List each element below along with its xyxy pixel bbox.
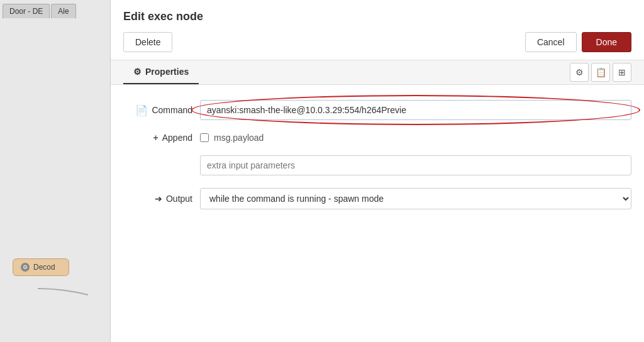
command-file-icon: 📄 xyxy=(135,104,148,116)
form-content: 📄 Command + Append msg.payload xyxy=(111,85,644,342)
tabs-bar: ⚙ Properties ⚙ 📋 ⊞ xyxy=(111,60,644,85)
properties-gear-icon: ⚙ xyxy=(133,67,142,77)
append-checkbox-group: msg.payload xyxy=(200,133,264,143)
append-row: + Append msg.payload xyxy=(123,133,631,143)
dialog-title: Edit exec node xyxy=(123,10,631,23)
edit-panel: Edit exec node Delete Cancel Done ⚙ Prop… xyxy=(110,0,644,342)
dialog-header: Edit exec node Delete Cancel Done xyxy=(111,0,644,60)
cancel-button[interactable]: Cancel xyxy=(525,32,577,52)
append-plus-icon: + xyxy=(153,133,158,143)
node-canvas-panel: Door - DE Ale ⚙ Decod xyxy=(0,0,110,342)
extra-params-input[interactable] xyxy=(200,155,631,175)
output-select[interactable]: while the command is running - spawn mod… xyxy=(200,188,631,209)
append-label: + Append xyxy=(123,133,192,143)
output-label-text: Output xyxy=(166,194,192,204)
command-label-text: Command xyxy=(152,105,192,115)
node-gear-icon: ⚙ xyxy=(21,263,30,272)
command-label: 📄 Command xyxy=(123,104,192,116)
properties-tab-label: Properties xyxy=(145,67,189,77)
append-checkbox[interactable] xyxy=(200,133,209,142)
append-label-text: Append xyxy=(162,133,192,143)
canvas-area: ⚙ Decod xyxy=(0,18,110,326)
output-label: ➔ Output xyxy=(123,194,192,204)
output-arrow-icon: ➔ xyxy=(155,194,162,204)
command-input-wrapper xyxy=(200,100,631,120)
settings-icon-button[interactable]: ⚙ xyxy=(570,63,589,82)
delete-button[interactable]: Delete xyxy=(123,32,172,52)
tab-door-de[interactable]: Door - DE xyxy=(3,4,50,18)
tab-icon-buttons: ⚙ 📋 ⊞ xyxy=(570,63,631,82)
toolbar: Delete Cancel Done xyxy=(123,32,631,52)
canvas-svg xyxy=(0,18,110,326)
command-input[interactable] xyxy=(200,100,631,120)
append-msg-payload-label: msg.payload xyxy=(214,133,264,143)
decode-node[interactable]: ⚙ Decod xyxy=(13,258,69,276)
done-button[interactable]: Done xyxy=(582,32,631,52)
tab-properties[interactable]: ⚙ Properties xyxy=(123,60,199,84)
extra-params-row xyxy=(123,155,631,175)
clipboard-icon-button[interactable]: 📋 xyxy=(591,63,610,82)
tab-ale[interactable]: Ale xyxy=(51,4,75,18)
output-row: ➔ Output while the command is running - … xyxy=(123,188,631,209)
grid-icon-button[interactable]: ⊞ xyxy=(613,63,631,82)
canvas-tabs: Door - DE Ale xyxy=(0,0,110,18)
decode-node-label: Decod xyxy=(33,263,55,272)
command-row: 📄 Command xyxy=(123,100,631,120)
